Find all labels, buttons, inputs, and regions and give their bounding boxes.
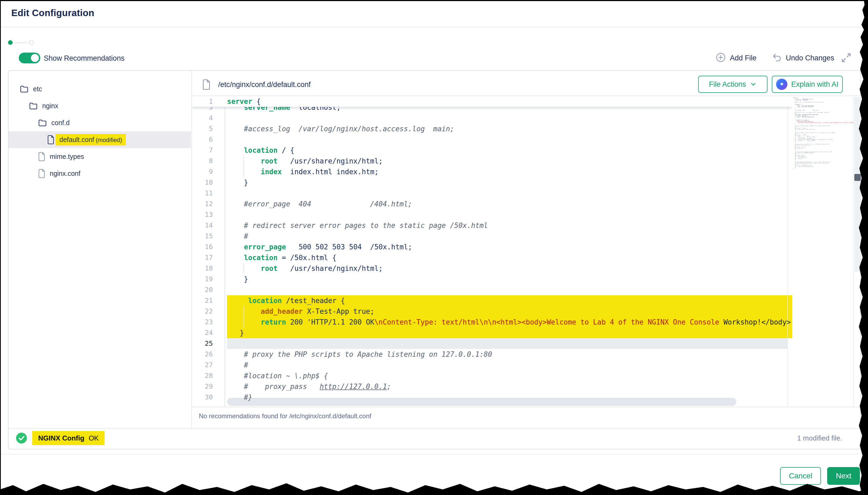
line-number: 15 — [192, 231, 213, 242]
code-line-text — [213, 209, 227, 220]
undo-changes-button[interactable]: Undo Changes — [772, 52, 836, 65]
code-line-4[interactable]: 4 — [192, 113, 792, 123]
tree-item-mime-types[interactable]: mime.types — [9, 148, 191, 165]
next-button[interactable]: Next — [827, 467, 860, 485]
code-line-6[interactable]: 6 — [192, 134, 792, 145]
code-line-8[interactable]: 8 root /usr/share/nginx/html; — [192, 156, 792, 167]
code-line-19[interactable]: 19 } — [192, 274, 792, 285]
code-line-text: } — [213, 327, 244, 338]
code-line-text: location /test_header { — [213, 295, 345, 306]
page-title: Edit Configuration — [11, 7, 94, 18]
line-number: 4 — [192, 113, 213, 123]
folder-icon — [20, 85, 29, 93]
code-line-23[interactable]: 23 return 200 'HTTP/1.1 200 OK\nContent-… — [192, 317, 792, 327]
code-line-25[interactable]: 25 — [192, 338, 792, 349]
code-line-5[interactable]: 5 #access_log /var/log/nginx/host.access… — [192, 123, 792, 134]
tree-item-nginx[interactable]: nginx — [9, 98, 191, 114]
code-line-text: location / { — [213, 145, 294, 156]
code-line-1[interactable]: 1server { — [192, 96, 792, 107]
file-tree: etcnginxconf.ddefault.conf (modified)mim… — [9, 71, 191, 428]
code-line-15[interactable]: 15 # — [192, 231, 792, 242]
recommendations-border — [192, 407, 861, 407]
code-line-20[interactable]: 20 — [192, 285, 792, 295]
line-number: 13 — [192, 209, 213, 220]
code-line-text: index index.html index.htm; — [213, 167, 379, 177]
vertical-scrollbar-thumb[interactable] — [854, 174, 861, 181]
tree-item-etc[interactable]: etc — [9, 81, 191, 98]
line-number: 28 — [192, 371, 213, 381]
line-number: 11 — [192, 188, 213, 199]
ai-sparkle-icon: ✦ — [776, 79, 787, 90]
tree-item-label: conf.d — [51, 119, 70, 127]
vertical-scrollbar-track[interactable] — [854, 97, 861, 272]
stepper-step-2-dot[interactable] — [29, 40, 34, 45]
tree-item-conf-d[interactable]: conf.d — [9, 114, 191, 131]
minimap-line: return 200 'HTTP/1.1 200 OK\nContent-Typ… — [793, 122, 853, 123]
tree-item-label: etc — [33, 85, 42, 93]
file-actions-button[interactable]: File Actions — [698, 76, 768, 93]
line-number: 9 — [192, 167, 213, 177]
torn-edge-top — [0, 0, 868, 1]
tree-item-label: nginx — [42, 102, 58, 110]
add-file-button[interactable]: Add File — [715, 52, 769, 65]
no-recommendations-text: No recommendations found for /etc/nginx/… — [199, 412, 371, 420]
explain-with-ai-button[interactable]: ✦ Explain with AI — [772, 76, 843, 93]
code-line-27[interactable]: 27 # — [192, 360, 792, 371]
code-line-text: return 200 'HTTP/1.1 200 OK\nContent-Typ… — [213, 317, 791, 327]
code-line-text — [213, 134, 227, 145]
line-number: 10 — [192, 177, 213, 188]
check-circle-icon — [16, 432, 28, 445]
line-number: 21 — [192, 295, 213, 306]
code-line-30[interactable]: 30 #} — [192, 392, 792, 403]
plus-circle-icon — [715, 52, 726, 64]
code-line-text: # proxy the PHP scripts to Apache listen… — [213, 349, 492, 360]
code-line-text: server { — [213, 96, 261, 107]
code-line-14[interactable]: 14 # redirect server error pages to the … — [192, 220, 792, 231]
code-line-10[interactable]: 10 } — [192, 177, 792, 188]
file-icon — [38, 169, 45, 178]
code-line-11[interactable]: 11 — [192, 188, 792, 199]
code-line-7[interactable]: 7 location / { — [192, 145, 792, 156]
code-line-21[interactable]: 21 location /test_header { — [192, 295, 792, 306]
code-line-29[interactable]: 29 # proxy_pass http://127.0.0.1; — [192, 381, 792, 392]
file-icon — [38, 152, 45, 161]
tree-item-nginx-conf[interactable]: nginx.conf — [9, 165, 191, 182]
code-line-26[interactable]: 26 # proxy the PHP scripts to Apache lis… — [192, 349, 792, 360]
code-line-text: root /usr/share/nginx/html; — [213, 263, 383, 274]
line-number: 23 — [192, 317, 213, 327]
code-line-text: add_header X-Test-App true; — [213, 306, 374, 317]
code-line-text: } — [213, 177, 248, 188]
code-line-28[interactable]: 28 #location ~ \.php$ { — [192, 371, 792, 381]
footer-divider — [0, 454, 868, 455]
stepper-step-1-dot[interactable] — [8, 40, 13, 45]
code-line-17[interactable]: 17 location = /50x.html { — [192, 252, 792, 263]
code-line-13[interactable]: 13 — [192, 209, 792, 220]
tree-item-default-conf[interactable]: default.conf (modified) — [9, 131, 191, 148]
torn-edge-left — [0, 0, 1, 495]
code-line-12[interactable]: 12 #error_page 404 /404.html; — [192, 199, 792, 209]
line-number: 12 — [192, 199, 213, 209]
line-number: 19 — [192, 274, 213, 285]
minimap-right-edge — [853, 96, 854, 407]
minimap[interactable]: server { listen 80 default_server; serve… — [793, 97, 853, 170]
code-line-text: # redirect server error pages to the sta… — [213, 220, 488, 231]
code-line-text: #location ~ \.php$ { — [213, 371, 328, 381]
add-file-label: Add File — [730, 54, 756, 62]
explain-with-ai-label: Explain with AI — [791, 80, 838, 89]
status-bar-border — [9, 428, 861, 429]
code-line-22[interactable]: 22 add_header X-Test-App true; — [192, 306, 792, 317]
show-recommendations-toggle[interactable] — [19, 53, 40, 63]
expand-icon[interactable] — [840, 52, 852, 63]
code-line-9[interactable]: 9 index index.html index.htm; — [192, 167, 792, 177]
cancel-button[interactable]: Cancel — [780, 467, 821, 485]
code-line-text — [213, 188, 227, 199]
code-line-text: # — [213, 231, 248, 242]
code-line-text: location = /50x.html { — [213, 252, 337, 263]
file-icon — [47, 135, 54, 144]
code-line-24[interactable]: 24 } — [192, 327, 792, 338]
code-line-18[interactable]: 18 root /usr/share/nginx/html; — [192, 263, 792, 274]
line-number: 26 — [192, 349, 213, 360]
code-line-16[interactable]: 16 error_page 500 502 503 504 /50x.html; — [192, 242, 792, 252]
code-editor[interactable]: 1server {3 server_name localhost;45 #acc… — [192, 96, 792, 407]
code-line-text: root /usr/share/nginx/html; — [213, 156, 383, 167]
